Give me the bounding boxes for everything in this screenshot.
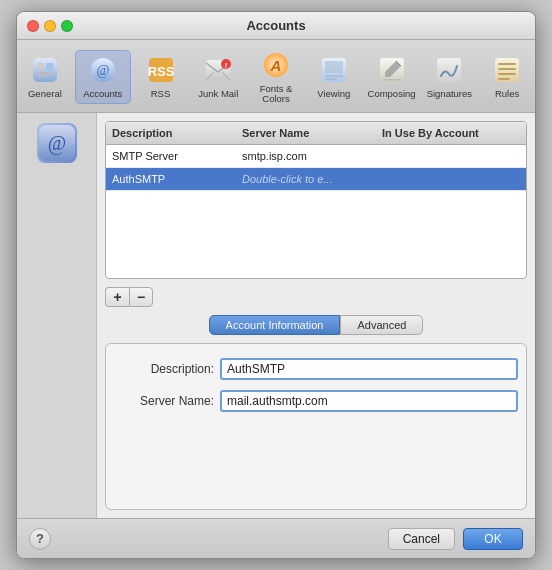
svg-rect-4: [46, 63, 53, 70]
svg-rect-17: [325, 61, 343, 73]
bottom-bar: ? Cancel OK: [17, 518, 535, 558]
viewing-icon: [318, 54, 350, 86]
traffic-lights: [17, 20, 73, 32]
toolbar-item-rss[interactable]: RSS RSS: [133, 51, 189, 102]
form-row-server-name: Server Name:: [114, 390, 518, 412]
svg-rect-1: [37, 63, 44, 70]
svg-rect-22: [437, 58, 461, 82]
account-sidebar-icon: @: [37, 123, 77, 163]
ok-button[interactable]: OK: [463, 528, 523, 550]
cell-inuse-1: [382, 171, 520, 187]
svg-text:@: @: [47, 132, 65, 155]
toolbar-label-accounts: Accounts: [83, 89, 122, 99]
cancel-button[interactable]: Cancel: [388, 528, 455, 550]
main-panel: Description Server Name In Use By Accoun…: [97, 113, 535, 518]
svg-text:RSS: RSS: [147, 64, 174, 79]
svg-rect-21: [383, 79, 401, 81]
server-name-input[interactable]: [220, 390, 518, 412]
svg-rect-27: [498, 78, 510, 80]
content-area: @ Description Server Name In Use By Acco…: [17, 113, 535, 518]
toolbar-item-junk-mail[interactable]: ! Junk Mail: [190, 51, 246, 102]
toolbar-item-accounts[interactable]: @ Accounts: [75, 50, 131, 103]
composing-icon: [376, 54, 408, 86]
svg-rect-25: [498, 68, 516, 70]
general-icon: [29, 54, 61, 86]
table-row[interactable]: SMTP Server smtp.isp.com: [106, 145, 526, 168]
cell-server-1: Double-click to e...: [242, 171, 382, 187]
sidebar: @: [17, 113, 97, 518]
toolbar-label-junk-mail: Junk Mail: [198, 89, 238, 99]
form-row-description: Description:: [114, 358, 518, 380]
signatures-icon: [433, 54, 465, 86]
tab-advanced[interactable]: Advanced: [340, 315, 423, 335]
table-actions: + −: [105, 287, 527, 307]
toolbar-item-signatures[interactable]: Signatures: [421, 51, 477, 102]
toolbar-item-rules[interactable]: Rules: [479, 51, 535, 102]
toolbar-label-signatures: Signatures: [427, 89, 472, 99]
rss-icon: RSS: [145, 54, 177, 86]
table-body: SMTP Server smtp.isp.com AuthSMTP Double…: [106, 145, 526, 273]
help-button[interactable]: ?: [29, 528, 51, 550]
sidebar-item-account[interactable]: @: [23, 119, 91, 167]
toolbar-item-general[interactable]: General: [17, 51, 73, 102]
remove-server-button[interactable]: −: [129, 287, 153, 307]
cell-server-0: smtp.isp.com: [242, 148, 382, 164]
toolbar-label-composing: Composing: [368, 89, 416, 99]
svg-rect-0: [33, 58, 57, 82]
svg-rect-26: [498, 73, 516, 75]
svg-rect-24: [498, 63, 516, 65]
main-window: Accounts General @: [16, 11, 536, 559]
close-button[interactable]: [27, 20, 39, 32]
toolbar: General @ Accounts RSS RSS: [17, 40, 535, 113]
titlebar: Accounts: [17, 12, 535, 40]
toolbar-item-fonts-colors[interactable]: A Fonts & Colors: [248, 46, 304, 108]
header-in-use: In Use By Account: [382, 125, 520, 141]
toolbar-label-general: General: [28, 89, 62, 99]
toolbar-label-viewing: Viewing: [317, 89, 350, 99]
svg-text:@: @: [96, 63, 109, 78]
cell-description-0: SMTP Server: [112, 148, 242, 164]
toolbar-label-rules: Rules: [495, 89, 519, 99]
cell-description-1: AuthSMTP: [112, 171, 242, 187]
window-title: Accounts: [246, 18, 305, 33]
toolbar-label-fonts-colors: Fonts & Colors: [250, 84, 302, 105]
minimize-button[interactable]: [44, 20, 56, 32]
accounts-icon: @: [87, 54, 119, 86]
description-label: Description:: [114, 362, 214, 376]
table-row[interactable]: AuthSMTP Double-click to e...: [106, 168, 526, 191]
toolbar-item-composing[interactable]: Composing: [364, 51, 420, 102]
toolbar-label-rss: RSS: [151, 89, 171, 99]
fonts-colors-icon: A: [260, 49, 292, 81]
description-input[interactable]: [220, 358, 518, 380]
cell-inuse-0: [382, 148, 520, 164]
svg-rect-2: [37, 72, 53, 74]
svg-text:!: !: [225, 61, 228, 70]
header-server-name: Server Name: [242, 125, 382, 141]
toolbar-item-viewing[interactable]: Viewing: [306, 51, 362, 102]
header-description: Description: [112, 125, 242, 141]
add-server-button[interactable]: +: [105, 287, 129, 307]
svg-rect-18: [325, 75, 343, 77]
smtp-table: Description Server Name In Use By Accoun…: [105, 121, 527, 279]
server-name-label: Server Name:: [114, 394, 214, 408]
table-header: Description Server Name In Use By Accoun…: [106, 122, 526, 145]
form-panel: Description: Server Name:: [105, 343, 527, 510]
maximize-button[interactable]: [61, 20, 73, 32]
tab-account-information[interactable]: Account Information: [209, 315, 341, 335]
svg-rect-3: [37, 75, 49, 77]
svg-rect-19: [325, 78, 337, 80]
svg-text:A: A: [270, 57, 282, 74]
tab-bar: Account Information Advanced: [105, 315, 527, 335]
rules-icon: [491, 54, 523, 86]
junk-mail-icon: !: [202, 54, 234, 86]
